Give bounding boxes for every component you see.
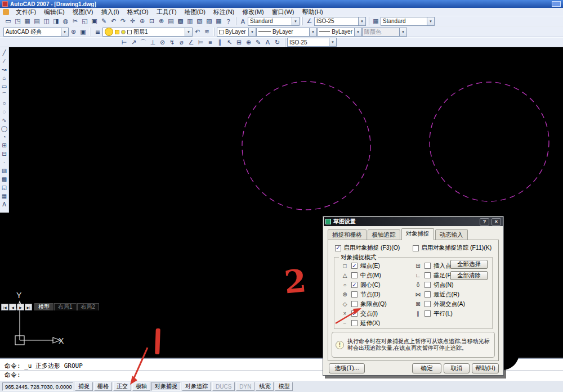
gradient-icon[interactable]: ▩ [0, 175, 8, 183]
dialog-tab[interactable]: 对象捕捉 [401, 228, 434, 240]
snap-checkbox[interactable] [425, 291, 431, 298]
dialog-title-bar[interactable]: 草图设置 ? × [324, 217, 503, 226]
status-toggle-button[interactable]: 极轴 [132, 382, 150, 391]
prev-tab-button[interactable]: ◀ [9, 304, 16, 310]
linear-dimension-icon[interactable]: ⊢ [119, 38, 129, 47]
options-button[interactable]: 选项(T)... [329, 363, 365, 373]
status-toggle-button[interactable]: 栅格 [94, 382, 112, 391]
zoom-window-icon[interactable]: ⊡ [147, 17, 157, 25]
snap-checkbox[interactable] [351, 282, 358, 288]
status-toggle-button[interactable]: 捕捉 [75, 382, 93, 391]
help-icon[interactable]: ? [224, 17, 233, 25]
table-style-combo[interactable]: Standard ▼ [381, 17, 435, 26]
chevron-down-icon[interactable]: ▼ [427, 17, 434, 25]
construction-line-icon[interactable]: ∕ [0, 57, 8, 65]
status-toggle-button[interactable]: 线宽 [256, 382, 274, 391]
status-toggle-button[interactable]: 正交 [113, 382, 131, 391]
layer-freeze-sun-icon[interactable] [115, 30, 119, 34]
chevron-down-icon[interactable]: ▼ [248, 28, 256, 36]
layer-properties-manager-icon[interactable]: ≣ [93, 28, 102, 36]
status-toggle-button[interactable]: 模型 [275, 382, 293, 391]
cut-icon[interactable]: ✂ [70, 17, 80, 25]
snap-checkbox[interactable] [351, 320, 358, 326]
arc-icon[interactable]: ⌒ [0, 91, 8, 99]
layout-tab[interactable]: 布局2 [77, 303, 100, 310]
new-icon[interactable]: ▭ [3, 17, 13, 25]
3d-dwf-icon[interactable]: ◍ [61, 17, 70, 25]
snap-checkbox[interactable] [425, 301, 431, 307]
status-toggle-button[interactable]: DYN [236, 382, 254, 391]
line-icon[interactable]: ╱ [0, 48, 8, 57]
designcenter-icon[interactable]: ▩ [176, 17, 185, 25]
plot-icon[interactable]: ▤ [32, 17, 42, 25]
snap-checkbox[interactable] [425, 263, 431, 269]
coordinate-readout[interactable]: 965.2445, 728.7030, 0.0000 [2, 382, 73, 391]
open-icon[interactable]: ◳ [13, 17, 23, 25]
next-tab-button[interactable]: ▶ [17, 304, 24, 310]
dialog-tab[interactable]: 捕捉和栅格 [328, 229, 367, 240]
dialog-help-button[interactable]: ? [480, 218, 489, 226]
dim-style-icon[interactable]: ∠ [305, 17, 314, 25]
ordinate-icon[interactable]: ⊥ [148, 38, 158, 47]
continue-icon[interactable]: ∥ [215, 38, 225, 47]
chevron-down-icon[interactable]: ▼ [329, 38, 336, 46]
enable-otrack-checkbox[interactable] [413, 245, 419, 251]
text-style-icon[interactable]: A [238, 17, 248, 25]
status-toggle-button[interactable]: 对象捕捉 [151, 382, 181, 391]
sheet-set-icon[interactable]: ▧ [195, 17, 204, 25]
chevron-down-icon[interactable]: ▼ [309, 28, 316, 36]
plot-style-combo[interactable]: 随颜色 ▼ [362, 28, 407, 37]
status-toggle-button[interactable]: 对象追踪 [182, 382, 211, 391]
spline-icon[interactable]: ∿ [0, 116, 8, 124]
snap-checkbox[interactable] [351, 272, 358, 278]
diameter-icon[interactable]: ⌀ [177, 38, 186, 47]
revision-cloud-icon[interactable]: ◌ [0, 107, 8, 116]
last-tab-button[interactable]: ▶| [25, 304, 32, 310]
first-tab-button[interactable]: |◀ [1, 304, 8, 310]
layer-on-bulb-icon[interactable] [105, 28, 113, 36]
quick-leader-icon[interactable]: ↖ [225, 38, 234, 47]
dialog-tab[interactable]: 动态输入 [435, 229, 468, 240]
baseline-icon[interactable]: ≡ [205, 38, 215, 47]
workspace-combo[interactable]: AutoCAD 经典 ▼ [3, 28, 69, 37]
save-icon[interactable]: ▦ [23, 17, 32, 25]
center-mark-icon[interactable]: ⊕ [244, 38, 253, 47]
quick-dimension-icon[interactable]: ⊨ [196, 38, 205, 47]
snap-checkbox[interactable] [425, 272, 431, 278]
layer-color-swatch[interactable] [127, 30, 132, 34]
menu-item[interactable]: 视图(V) [69, 8, 97, 16]
match-properties-icon[interactable]: ✎ [99, 17, 109, 25]
ellipse-arc-icon[interactable]: ◔ [0, 133, 8, 141]
publish-icon[interactable]: ◨ [51, 17, 61, 25]
my-workspace-icon[interactable]: ▣ [78, 28, 88, 36]
menu-item[interactable]: 窗口(W) [268, 8, 298, 16]
snap-checkbox[interactable] [351, 310, 358, 317]
paste-icon[interactable]: ▣ [90, 17, 99, 25]
snap-checkbox[interactable] [351, 291, 358, 298]
undo-icon[interactable]: ↶ [109, 17, 118, 25]
markup-icon[interactable]: ▨ [204, 17, 214, 25]
pan-icon[interactable]: ✛ [128, 17, 137, 25]
chevron-down-icon[interactable]: ▼ [399, 28, 406, 36]
copy-icon[interactable]: ◱ [80, 17, 90, 25]
snap-checkbox[interactable] [425, 310, 431, 317]
menu-item[interactable]: 修改(M) [238, 8, 268, 16]
ellipse-icon[interactable]: ◯ [0, 124, 8, 133]
menu-item[interactable]: 插入(I) [97, 8, 123, 16]
table-icon[interactable]: ▦ [0, 192, 8, 200]
circle-icon[interactable]: ○ [0, 99, 8, 107]
arc-length-icon[interactable]: ⌒ [138, 38, 148, 47]
ok-button[interactable]: 确定 [412, 363, 441, 373]
select-all-button[interactable]: 全部选择 [450, 260, 488, 269]
menu-item[interactable]: 格式(O) [123, 8, 153, 16]
dim-style-combo-2[interactable]: ISO-25 ▼ [287, 38, 337, 47]
rectangle-icon[interactable]: ▭ [0, 82, 8, 91]
tolerance-icon[interactable]: ⊞ [234, 38, 244, 47]
layout-tab[interactable]: 模型 [34, 303, 53, 310]
clear-all-button[interactable]: 全部清除 [450, 271, 488, 280]
layout-tab[interactable]: 布局1 [54, 303, 77, 310]
table-style-icon[interactable]: ▦ [371, 17, 381, 25]
quick-calc-icon[interactable]: ▦ [214, 17, 224, 25]
menu-item[interactable]: 绘图(D) [181, 8, 209, 16]
command-input-line[interactable]: 命令: [5, 371, 21, 379]
